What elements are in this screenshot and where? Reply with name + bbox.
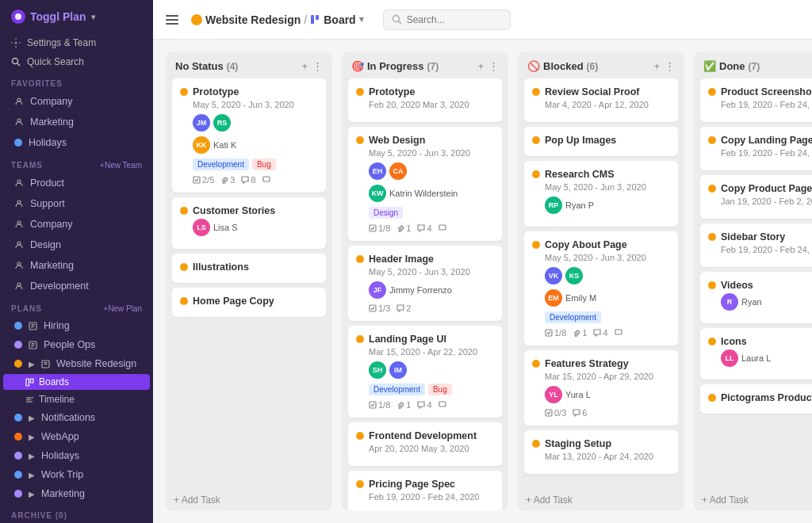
settings-item[interactable]: Settings & Team: [0, 33, 153, 52]
sidebar-item-holidays-fav[interactable]: Holidays: [3, 133, 150, 152]
column-menu-button[interactable]: ⋮: [665, 60, 675, 72]
card-videos[interactable]: Videos R Ryan: [700, 272, 812, 323]
card-date: May 5, 2020 - Jun 3, 2020: [356, 148, 494, 158]
card-prototype-1[interactable]: Prototype May 5, 2020 - Jun 3, 2020 JM R…: [172, 78, 326, 193]
search-bar[interactable]: [383, 10, 511, 30]
plan-item-holidays[interactable]: ▶ Holidays: [3, 447, 150, 464]
sidebar-item-company-fav[interactable]: Company: [3, 92, 150, 111]
plan-item-people-ops[interactable]: People Ops: [3, 336, 150, 353]
svg-point-2: [15, 42, 17, 44]
card-research-cms[interactable]: Research CMS May 5, 2020 - Jun 3, 2020 R…: [524, 161, 678, 227]
teams-label: TEAMS: [11, 161, 43, 170]
card-frontend-development[interactable]: Frontend Development Apr 20, 2020 May 3,…: [348, 422, 502, 466]
add-task-button[interactable]: + Add Task: [694, 490, 812, 510]
plan-item-marketing-plan[interactable]: ▶ Marketing: [3, 485, 150, 502]
card-features-strategy[interactable]: Features Strategy Mar 15, 2020 - Apr 29,…: [524, 350, 678, 426]
card-pop-up-images[interactable]: Pop Up Images: [524, 127, 678, 156]
sidebar-item-label: Design: [30, 239, 61, 250]
column-menu-button[interactable]: ⋮: [488, 60, 499, 72]
card-copy-product-page[interactable]: Copy Product Page Jan 19, 2020 - Feb 2, …: [700, 175, 812, 219]
app-dropdown-icon: ▾: [91, 13, 95, 21]
column-header: 🎯 In Progress (7) + ⋮: [342, 52, 508, 78]
breadcrumb-dropdown[interactable]: ▾: [359, 14, 364, 25]
breadcrumb-view: Board: [324, 13, 355, 26]
card-status-dot: [180, 297, 188, 305]
card-review-social-proof[interactable]: Review Social Proof Mar 4, 2020 - Apr 12…: [524, 78, 678, 122]
card-meta: 0/3 6: [532, 408, 670, 418]
card-status-dot: [180, 263, 188, 271]
new-team-button[interactable]: +New Team: [100, 161, 142, 170]
plan-item-notifications[interactable]: ▶ Notifications: [3, 409, 150, 426]
column-header: ✅ Done (7) + ⋮: [694, 52, 812, 78]
sidebar-item-product[interactable]: Product: [3, 174, 150, 193]
card-illustrations[interactable]: Illustrations: [172, 254, 326, 283]
column-add-button[interactable]: +: [301, 60, 308, 72]
plan-item-label: WebApp: [41, 431, 79, 442]
quick-search-item[interactable]: Quick Search: [0, 52, 153, 71]
sidebar-item-marketing-team[interactable]: Marketing: [3, 256, 150, 275]
main-area: Website Redesign / Board ▾ No Status (4)…: [153, 0, 812, 523]
sub-item-timeline[interactable]: Timeline: [3, 391, 150, 407]
card-status-dot: [356, 432, 364, 440]
card-copy-about-page[interactable]: Copy About Page May 5, 2020 - Jun 3, 202…: [524, 231, 678, 345]
card-title: Videos: [708, 280, 812, 291]
card-icons[interactable]: Icons LL Laura L: [700, 328, 812, 380]
column-cards: Prototype May 5, 2020 - Jun 3, 2020 JM R…: [166, 78, 332, 490]
card-staging-setup[interactable]: Staging Setup Mar 13, 2020 - Apr 24, 202…: [524, 430, 678, 474]
plan-dot: [14, 341, 22, 349]
plan-item-webapp[interactable]: ▶ WebApp: [3, 428, 150, 445]
svg-point-8: [17, 200, 21, 204]
search-icon: [392, 14, 402, 25]
new-plan-button[interactable]: +New Plan: [103, 304, 142, 313]
sidebar-item-marketing-fav[interactable]: Marketing: [3, 113, 150, 132]
card-pictograms-product-page[interactable]: Pictograms Product Page: [700, 384, 812, 414]
sidebar-item-company-team[interactable]: Company: [3, 215, 150, 234]
column-title: 🎯 In Progress (7): [351, 60, 473, 72]
tag-design: Design: [369, 207, 403, 219]
sidebar-item-support[interactable]: Support: [3, 194, 150, 213]
svg-point-11: [17, 262, 21, 265]
plan-item-website-redesign[interactable]: ▶ Website Redesign: [3, 355, 150, 372]
card-header-image[interactable]: Header Image May 5, 2020 - Jun 3, 2020 J…: [348, 246, 502, 321]
card-meta-comments: 6: [573, 408, 587, 418]
sidebar-item-design[interactable]: Design: [3, 235, 150, 254]
avatar: IM: [389, 361, 407, 379]
card-pricing-page-spec[interactable]: Pricing Page Spec Feb 19, 2020 - Feb 24,…: [348, 471, 502, 510]
card-status-dot: [708, 233, 716, 241]
avatar: JF: [369, 281, 386, 299]
card-sidebar-story[interactable]: Sidebar Story Feb 19, 2020 - Feb 24, 202…: [700, 223, 812, 267]
card-copy-landing-page[interactable]: Copy Landing Page Feb 19, 2020 - Feb 24,…: [700, 127, 812, 170]
breadcrumb-project: Website Redesign: [205, 13, 301, 26]
card-customer-stories[interactable]: Customer Stories LS Lisa S: [172, 197, 326, 249]
search-input[interactable]: [407, 14, 502, 25]
menu-button[interactable]: [166, 15, 178, 25]
plan-item-hiring[interactable]: Hiring: [3, 317, 150, 334]
column-add-button[interactable]: +: [477, 60, 484, 72]
card-home-page-copy[interactable]: Home Page Copy: [172, 288, 326, 317]
card-status-dot: [532, 88, 540, 96]
app-logo[interactable]: Toggl Plan ▾: [0, 0, 153, 33]
card-prototype-2[interactable]: Prototype Feb 20, 2020 Mar 3, 2020: [348, 78, 502, 122]
card-status-dot: [180, 88, 188, 96]
add-task-button[interactable]: + Add Task: [166, 490, 332, 510]
card-web-design[interactable]: Web Design May 5, 2020 - Jun 3, 2020 EH …: [348, 127, 502, 241]
card-product-screenshots[interactable]: Product Screenshots Feb 19, 2020 - Feb 2…: [700, 78, 812, 122]
svg-line-4: [17, 63, 20, 66]
column-add-button[interactable]: +: [653, 60, 660, 72]
column-count: (7): [749, 61, 760, 72]
column-menu-button[interactable]: ⋮: [312, 60, 323, 72]
card-title: Illustrations: [180, 262, 318, 273]
card-landing-page-ui[interactable]: Landing Page UI Mar 15, 2020 - Apr 22, 2…: [348, 326, 502, 418]
favorites-section-label: FAVORITES: [0, 71, 153, 91]
card-tags: Development: [532, 311, 670, 323]
avatar: YL: [545, 386, 562, 403]
sub-item-boards[interactable]: Boards: [3, 374, 150, 390]
sidebar-item-label: Support: [30, 198, 65, 209]
column-cards: Review Social Proof Mar 4, 2020 - Apr 12…: [518, 78, 684, 490]
plan-item-work-trip[interactable]: ▶ Work Trip: [3, 466, 150, 483]
card-title: Copy About Page: [532, 239, 670, 250]
plan-item-label: Hiring: [44, 320, 70, 331]
sidebar-item-development[interactable]: Development: [3, 277, 150, 296]
add-task-button[interactable]: + Add Task: [518, 490, 684, 510]
avatar: LS: [193, 219, 210, 236]
